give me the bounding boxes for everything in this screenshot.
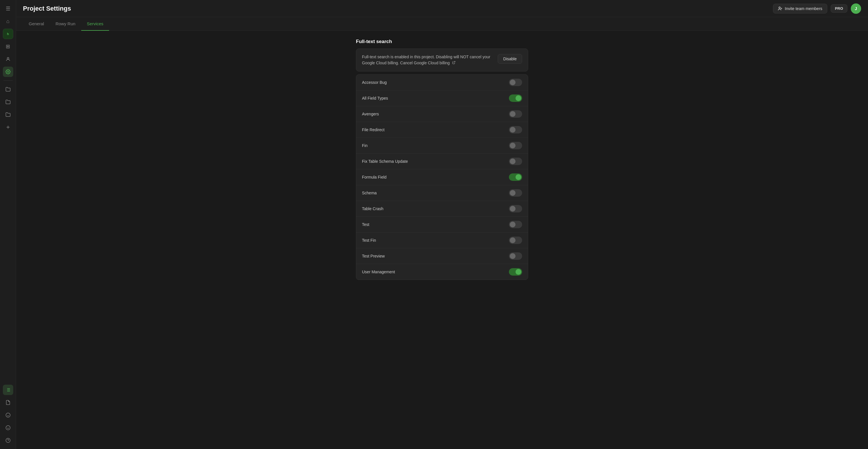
toggle-label-fin: Fin: [362, 143, 367, 148]
toggle-label-test: Test: [362, 222, 369, 227]
svg-point-0: [7, 57, 9, 59]
toggle-switch-accessor-bug[interactable]: [509, 79, 522, 86]
invite-button[interactable]: Invite team members: [773, 4, 827, 13]
tab-general[interactable]: General: [23, 17, 50, 31]
toggle-row-formula-field: Formula Field: [356, 169, 528, 185]
toggle-row-file-redirect: File Redirect: [356, 122, 528, 138]
sidebar-smiley-icon[interactable]: [3, 410, 13, 420]
sidebar-list-icon[interactable]: [3, 385, 13, 395]
header-actions: Invite team members PRO J: [773, 3, 861, 14]
toggle-row-test-fin: Test Fin: [356, 233, 528, 248]
toggle-row-test: Test: [356, 217, 528, 233]
toggle-switch-schema[interactable]: [509, 189, 522, 197]
sidebar: ☰ ⌂ h ⊞: [0, 0, 16, 449]
toggle-switch-avengers[interactable]: [509, 110, 522, 118]
toggle-switch-fin[interactable]: [509, 142, 522, 149]
sidebar-emoji-icon[interactable]: [3, 423, 13, 433]
sidebar-divider: [3, 80, 12, 81]
toggle-label-avengers: Avengers: [362, 112, 379, 116]
toggle-row-test-preview: Test Preview: [356, 248, 528, 264]
toggle-label-all-field-types: All Field Types: [362, 96, 388, 100]
section-title: Full-text search: [356, 39, 528, 44]
toggle-label-test-fin: Test Fin: [362, 238, 376, 243]
external-link-icon: [452, 61, 456, 64]
sidebar-add-icon[interactable]: [3, 122, 13, 132]
full-text-search-card: Full-text search is enabled in this proj…: [356, 49, 528, 71]
toggle-switch-file-redirect[interactable]: [509, 126, 522, 133]
sidebar-folder1-icon[interactable]: [3, 84, 13, 94]
page-title: Project Settings: [23, 5, 71, 12]
svg-point-18: [779, 7, 780, 8]
sidebar-user-icon[interactable]: [3, 54, 13, 64]
sidebar-docs-icon[interactable]: [3, 397, 13, 408]
toggle-switch-table-crash[interactable]: [509, 205, 522, 212]
sidebar-folder3-icon[interactable]: [3, 109, 13, 120]
toggle-row-table-crash: Table Crash: [356, 201, 528, 217]
toggle-label-file-redirect: File Redirect: [362, 127, 384, 132]
sidebar-folder2-icon[interactable]: [3, 97, 13, 107]
toggle-row-fin: Fin: [356, 138, 528, 154]
toggle-label-table-crash: Table Crash: [362, 206, 383, 211]
toggle-label-user-management: User Management: [362, 270, 395, 274]
tabs-bar: General Rowy Run Services: [16, 17, 868, 31]
toggle-label-schema: Schema: [362, 191, 377, 195]
sidebar-help-icon[interactable]: [3, 435, 13, 446]
toggle-switch-formula-field[interactable]: [509, 173, 522, 181]
svg-point-1: [7, 71, 9, 72]
toggle-label-fix-table-schema: Fix Table Schema Update: [362, 159, 408, 163]
full-text-search-info: Full-text search is enabled in this proj…: [362, 54, 493, 66]
settings-container: Full-text search Full-text search is ena…: [356, 39, 528, 280]
toggle-label-formula-field: Formula Field: [362, 175, 386, 179]
sidebar-home-icon[interactable]: ⌂: [3, 16, 13, 26]
sidebar-settings-icon[interactable]: [3, 67, 13, 77]
main-content: Project Settings Invite team members PRO…: [16, 0, 868, 449]
toggle-row-avengers: Avengers: [356, 106, 528, 122]
sidebar-menu-icon[interactable]: ☰: [3, 3, 13, 14]
toggle-row-schema: Schema: [356, 185, 528, 201]
svg-point-10: [6, 413, 10, 417]
pro-button[interactable]: PRO: [831, 4, 847, 12]
toggle-label-accessor-bug: Accessor Bug: [362, 80, 386, 85]
toggle-row-all-field-types: All Field Types: [356, 90, 528, 106]
toggle-switch-user-management[interactable]: [509, 268, 522, 276]
toggle-switch-all-field-types[interactable]: [509, 94, 522, 102]
invite-icon: [778, 6, 782, 11]
invite-button-label: Invite team members: [785, 6, 823, 11]
toggle-row-accessor-bug: Accessor Bug: [356, 74, 528, 90]
svg-point-13: [6, 426, 10, 430]
page-header: Project Settings Invite team members PRO…: [16, 0, 868, 17]
page-content: Full-text search Full-text search is ena…: [16, 31, 868, 449]
toggle-row-user-management: User Management: [356, 264, 528, 280]
toggle-label-test-preview: Test Preview: [362, 254, 384, 258]
toggle-switch-test-fin[interactable]: [509, 237, 522, 244]
tab-services[interactable]: Services: [81, 17, 110, 31]
toggle-row-fix-table-schema: Fix Table Schema Update: [356, 154, 528, 169]
svg-line-21: [454, 61, 455, 63]
toggle-switch-test-preview[interactable]: [509, 252, 522, 260]
avatar[interactable]: J: [851, 3, 861, 14]
sidebar-table-icon[interactable]: ⊞: [3, 41, 13, 52]
disable-button[interactable]: Disable: [498, 54, 522, 64]
sidebar-badge-icon[interactable]: h: [3, 29, 13, 39]
tab-rowy-run[interactable]: Rowy Run: [50, 17, 81, 31]
toggle-switch-test[interactable]: [509, 221, 522, 228]
toggle-list: Accessor BugAll Field TypesAvengersFile …: [356, 74, 528, 280]
toggle-switch-fix-table-schema[interactable]: [509, 158, 522, 165]
